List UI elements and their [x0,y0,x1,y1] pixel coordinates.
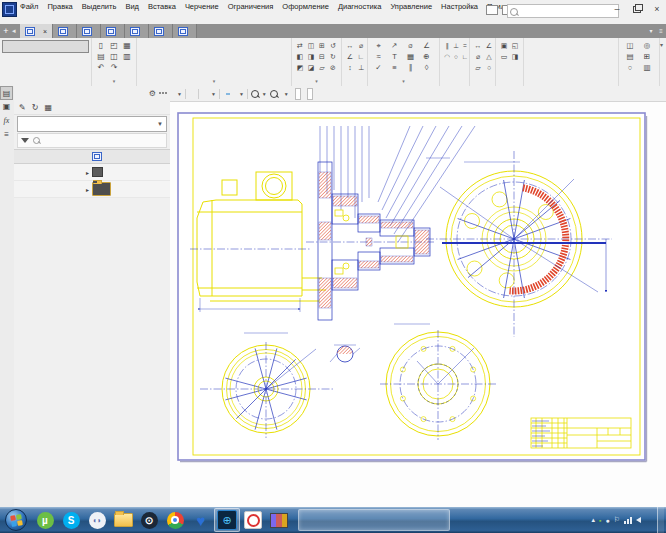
heart-app-icon[interactable]: ♥ [188,508,214,532]
menu-item[interactable]: Черчение [185,2,219,11]
tool-segment[interactable] [140,62,193,73]
constraint-tool-icon[interactable]: ⊥ [452,41,460,51]
system-tool-icon[interactable]: ↶ [95,63,107,73]
tool-arc[interactable] [196,51,249,62]
system-tool-icon[interactable]: ▤ [95,52,107,62]
constraint-tool-icon[interactable]: ◠ [443,52,451,62]
diagnostics-tool-icon[interactable]: ⌀ [473,52,483,62]
tree-item-macro[interactable]: ▸ [14,164,170,181]
menu-item[interactable]: Управление [390,2,432,11]
edit-tool-icon[interactable]: ↺ [328,41,338,51]
chevron-down-icon[interactable]: ▼ [284,91,289,97]
designation-tool-icon[interactable]: ∠ [419,41,434,51]
designation-tool-icon[interactable]: ⊕ [419,52,434,62]
menu-item[interactable]: Настройка [441,2,478,11]
zoom-magnifier-icon[interactable] [251,90,259,98]
designation-tool-icon[interactable]: ≈ [371,52,386,62]
new-tab-button[interactable]: + [0,24,12,38]
designation-tool-icon[interactable]: ↗ [387,41,402,51]
menu-item[interactable]: Ограничения [228,2,274,11]
tool-extend-trim[interactable] [578,40,618,52]
tool-contour-two-contours[interactable] [578,52,618,64]
chevron-down-icon[interactable]: ▼ [239,91,244,97]
system-tool-icon[interactable]: ◰ [108,41,120,51]
chevron-down-icon[interactable]: ▼ [211,91,216,97]
insert-tool-icon[interactable]: ◱ [510,41,520,51]
ribbon-collapse-icon[interactable]: ▾ [660,41,663,48]
menu-lines-icon[interactable]: ≡ [0,128,13,142]
red-ring-app-icon[interactable] [240,508,266,532]
refresh-icon[interactable]: ↻ [32,103,39,112]
designation-tool-icon[interactable]: ∥ [403,63,418,73]
tab-document-1[interactable]: × [20,24,53,38]
dimension-tool-icon[interactable]: ⊥ [356,63,366,73]
edit-tool-icon[interactable]: ◨ [306,52,316,62]
menu-item[interactable]: Вид [125,2,139,11]
exchange-tool-icon[interactable]: ◫ [622,41,638,51]
system-tool-icon[interactable]: ▯ [95,41,107,51]
command-search[interactable] [507,4,619,18]
edit-tool-icon[interactable]: ↻ [328,52,338,62]
flatten-icon[interactable]: ✎ [19,103,26,112]
minimize-button[interactable]: – [612,3,622,15]
tree-column-header[interactable] [14,149,170,164]
app-logo-icon[interactable] [2,2,17,17]
edit-tool-icon[interactable]: ▱ [317,63,327,73]
designation-tool-icon[interactable]: ▦ [403,52,418,62]
kompas-taskbar-icon[interactable]: ⊕ [214,508,240,532]
utorrent-icon[interactable]: µ [32,508,58,532]
tab-document-6[interactable] [149,24,173,38]
tool-rectangle[interactable] [140,51,193,62]
clipboard-icon[interactable]: ▣ [0,100,13,114]
tab-list-icon[interactable]: ▾ [646,24,656,38]
tool-autoline[interactable] [140,40,193,51]
close-button[interactable]: × [652,3,662,15]
discord-icon[interactable]: ◖◗ [84,508,110,532]
network-icon[interactable] [624,517,632,524]
constraint-tool-icon[interactable]: ○ [452,52,460,62]
hidden-icons-arrow[interactable]: ▴ [591,516,595,524]
diagnostics-tool-icon[interactable]: ▱ [473,63,483,73]
tray-app-icon[interactable]: ● [605,517,609,524]
start-button[interactable] [5,509,27,531]
tab-document-2[interactable] [53,24,77,38]
volume-icon[interactable] [636,517,641,523]
tab-document-7[interactable] [173,24,197,38]
search-input[interactable] [518,7,618,16]
expander-icon[interactable]: ▸ [86,186,89,193]
line-style-combo[interactable]: ▼ [17,116,167,132]
chrome-icon[interactable] [162,508,188,532]
chevron-down-icon[interactable]: ▼ [262,91,267,97]
explorer-icon[interactable] [110,508,136,532]
dimension-tool-icon[interactable]: ↕ [345,63,355,73]
dimension-tool-icon[interactable]: ⌀ [356,41,366,51]
menu-item[interactable]: Выделить [82,2,117,11]
exchange-tool-icon[interactable]: ○ [622,63,638,73]
panel-grip-icon[interactable] [159,92,167,94]
y-coordinate-field[interactable] [307,88,313,100]
steam-icon[interactable]: ⊙ [136,508,162,532]
expander-icon[interactable]: ▸ [86,169,89,176]
dimension-tool-icon[interactable]: ∟ [356,52,366,62]
x-coordinate-field[interactable] [295,88,301,100]
drawing-canvas[interactable] [170,102,666,507]
tree-search-icon[interactable] [33,137,40,144]
tool-fillet[interactable] [252,51,291,62]
tab-document-3[interactable] [77,24,101,38]
tool-select-dimensions[interactable] [526,52,576,64]
edit-tool-icon[interactable]: ⊟ [317,52,327,62]
dimension-tool-icon[interactable]: ↔ [345,41,355,51]
tree-panel-icon[interactable]: ▤ [0,86,13,100]
tab-document-4[interactable] [101,24,125,38]
tool-chamfer[interactable] [252,40,291,51]
insert-tool-icon[interactable]: ▭ [499,52,509,62]
exchange-tool-icon[interactable]: ◎ [639,41,655,51]
antivirus-tray-icon[interactable]: ▪ [599,517,601,524]
system-tool-icon[interactable]: ▦ [121,41,133,51]
edit-tool-icon[interactable]: ◧ [295,52,305,62]
mode-standard-parts[interactable] [2,66,89,77]
restore-button[interactable] [632,3,642,15]
menu-item[interactable]: Оформление [282,2,329,11]
designation-tool-icon[interactable]: Т [387,52,402,62]
menu-item[interactable]: Диагностика [338,2,381,11]
